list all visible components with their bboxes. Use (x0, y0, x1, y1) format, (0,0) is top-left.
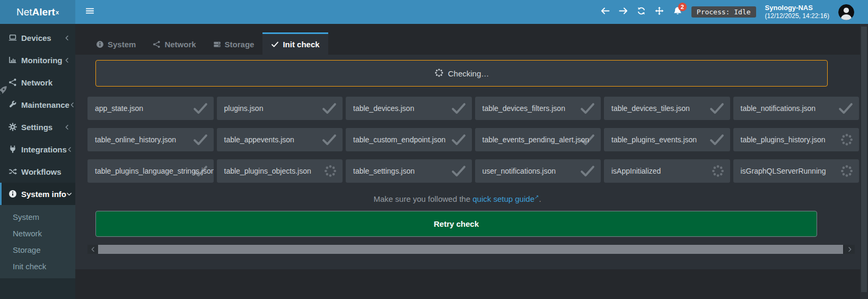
sidebar-item-devices[interactable]: Devices (0, 27, 75, 49)
refresh-button[interactable] (637, 6, 646, 18)
init-check-tile: isGraphQLServerRunning (733, 159, 860, 183)
sidebar-item-system-info[interactable]: System info (0, 183, 75, 205)
tile-label: table_events_pending_alert.json (483, 135, 590, 144)
move-icon (655, 6, 664, 15)
hint-link-text: quick setup guide (472, 194, 534, 203)
horizontal-scrollbar-thumb[interactable] (98, 245, 843, 254)
init-check-tile: isAppInitialized (604, 159, 730, 183)
sidebar: DevicesMonitoringNetworkMaintenanceSetti… (0, 24, 75, 299)
tab-init-check[interactable]: Init check (262, 32, 328, 55)
sidebar-item-label: Integrations (21, 145, 67, 154)
host-info: Synology-NAS (12/12/2025, 14:22:16) (765, 4, 829, 20)
init-check-tile: table_appevents.json (217, 128, 343, 151)
angle-left-icon (69, 102, 75, 108)
spinner-icon (840, 164, 854, 178)
tab-bar: SystemNetworkStorageInit check (87, 32, 328, 55)
spinner-icon (840, 133, 854, 147)
tab-label: Storage (225, 40, 255, 49)
retry-check-button[interactable]: Retry check (95, 211, 817, 237)
sidebar-menu: DevicesMonitoringNetworkMaintenanceSetti… (0, 24, 75, 278)
check-icon (451, 100, 467, 116)
tile-label: table_appevents.json (224, 135, 294, 144)
tab-label: Network (164, 40, 196, 49)
tab-storage[interactable]: Storage (205, 32, 263, 55)
sidebar-submenu: SystemNetworkStorageInit check (0, 205, 75, 278)
vertical-scrollbar (860, 24, 868, 299)
notification-count-badge: 2 (678, 3, 687, 11)
init-check-tile: app_state.json (87, 97, 214, 120)
vertical-scrollbar-thumb[interactable] (861, 27, 867, 292)
process-status-badge: Process: Idle (691, 6, 756, 18)
sidebar-item-settings[interactable]: Settings (0, 116, 75, 138)
tab-label: System (108, 40, 136, 49)
plug-icon (8, 145, 17, 153)
angle-left-icon (64, 57, 70, 63)
angle-left-icon (90, 246, 96, 252)
tab-system[interactable]: System (87, 32, 144, 55)
sidebar-item-maintenance[interactable]: Maintenance (0, 93, 75, 116)
scroll-right-button[interactable] (844, 245, 855, 254)
checking-status-box: Checking… (95, 60, 828, 87)
history-back-button[interactable] (601, 6, 610, 18)
spinner-icon (434, 68, 444, 78)
tile-label: app_state.json (95, 104, 143, 113)
gear-icon (8, 123, 17, 131)
hint-text-prefix: Make sure you followed the (373, 194, 472, 203)
top-navbar: NetAlertx 2 Process: Idle Synology-NAS (… (0, 0, 868, 24)
angle-left-icon (64, 35, 70, 41)
init-check-tile: table_devices_tiles.json (604, 97, 730, 120)
network-icon (8, 78, 17, 87)
sidebar-item-label: Network (21, 78, 52, 87)
main-content: SystemNetworkStorageInit check Checking…… (75, 24, 868, 299)
brand-name-light: Net (16, 6, 32, 18)
angle-right-icon (847, 246, 853, 252)
check-icon (580, 100, 595, 116)
tile-label: table_notifications.json (741, 104, 816, 113)
info-icon (8, 190, 17, 198)
sidebar-item-integrations[interactable]: Integrations (0, 138, 75, 160)
spinner-icon (323, 164, 337, 178)
angle-down-icon (66, 191, 72, 197)
sidebar-item-label: Devices (21, 33, 51, 42)
spinner-icon (711, 164, 725, 178)
init-check-tile: plugins.json (217, 97, 343, 120)
quick-setup-guide-link[interactable]: quick setup guide↗ (472, 194, 539, 203)
move-button[interactable] (655, 6, 664, 18)
brand-logo[interactable]: NetAlertx (0, 0, 75, 24)
tile-label: user_notifications.json (483, 167, 556, 175)
sidebar-item-label: Maintenance (21, 100, 69, 109)
sidebar-item-network[interactable]: Network (0, 71, 75, 93)
init-check-grid: app_state.jsonplugins.jsontable_devices.… (87, 97, 859, 183)
scroll-left-button[interactable] (87, 245, 98, 254)
brand-sup: x (56, 9, 59, 15)
tile-label: table_devices_filters.json (483, 104, 565, 113)
init-check-tile: table_plugins_objects.json (217, 159, 343, 183)
check-icon (580, 163, 595, 179)
notifications-bell-button[interactable]: 2 (673, 6, 682, 18)
sidebar-subitem-storage[interactable]: Storage (0, 242, 75, 258)
checking-status-text: Checking… (448, 69, 489, 78)
tile-label: isGraphQLServerRunning (741, 167, 826, 175)
init-check-tile: table_custom_endpoint.json (346, 128, 472, 151)
rocket-icon (0, 86, 7, 97)
user-avatar[interactable] (838, 4, 854, 20)
sidebar-subitem-init-check[interactable]: Init check (0, 258, 75, 275)
user-icon (838, 4, 854, 20)
history-forward-button[interactable] (619, 6, 628, 18)
sidebar-toggle-button[interactable] (82, 3, 98, 21)
tile-label: table_plugins_events.json (611, 135, 697, 144)
init-check-tile: user_notifications.json (475, 159, 601, 183)
arrow-right-icon (619, 6, 628, 15)
tile-label: table_devices.json (353, 104, 414, 113)
tile-label: table_settings.json (353, 167, 415, 175)
tab-network[interactable]: Network (144, 32, 204, 55)
sidebar-item-monitoring[interactable]: Monitoring (0, 49, 75, 71)
sidebar-subitem-network[interactable]: Network (0, 225, 75, 242)
check-icon (838, 100, 854, 116)
hint-text-suffix: . (539, 194, 541, 203)
sidebar-subitem-system[interactable]: System (0, 209, 75, 225)
horizontal-scrollbar (87, 245, 855, 254)
info-icon (96, 40, 104, 48)
sidebar-item-workflows[interactable]: Workflows (0, 160, 75, 183)
host-timestamp: (12/12/2025, 14:22:16) (765, 12, 829, 20)
